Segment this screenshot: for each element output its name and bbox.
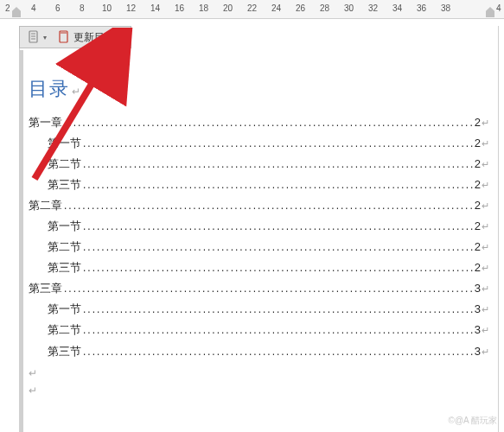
toc-title-text: 目录	[29, 78, 70, 99]
document-icon	[27, 30, 41, 44]
toc-entry[interactable]: 第三节.....................................…	[29, 257, 489, 278]
return-mark: ↵	[482, 280, 489, 297]
toc-entry[interactable]: 第一章.....................................…	[29, 112, 489, 133]
toc-entry[interactable]: 第三节.....................................…	[29, 175, 489, 195]
toc-entry[interactable]: 第三节.....................................…	[29, 341, 489, 362]
ruler-tick: 38	[441, 3, 450, 13]
toc-leader: ........................................…	[83, 258, 473, 277]
toc-entry[interactable]: 第一节.....................................…	[29, 133, 489, 154]
toc-entry[interactable]: 第二章.....................................…	[29, 195, 489, 216]
horizontal-ruler: 2 4 6 8 10 12 14 16 18 20 22 24 26 28 30…	[0, 0, 504, 19]
ruler-tick: 4	[31, 3, 36, 13]
ruler-tick: 34	[392, 3, 402, 13]
return-mark: ↵	[482, 135, 489, 152]
toc-leader: ........................................…	[83, 321, 473, 340]
ruler-tick: 24	[271, 3, 281, 13]
return-mark: ↵	[482, 114, 489, 131]
toc-entry-label: 第二节	[48, 320, 81, 340]
return-mark: ↵	[482, 238, 489, 256]
toc-entry-label: 第三章	[29, 278, 62, 299]
ruler-tick: 20	[223, 3, 233, 13]
toc-leader: ........................................…	[83, 342, 473, 361]
ruler-tick: 28	[320, 3, 329, 13]
toc-entry-label: 第三节	[48, 257, 81, 278]
update-toc-button[interactable]: 更新目录...	[54, 28, 127, 47]
ruler-tick: 22	[247, 3, 257, 13]
ruler-tick: 6	[55, 3, 61, 13]
return-mark: ↵	[482, 197, 489, 214]
return-mark: ↵	[482, 259, 489, 276]
return-mark: ↵	[482, 321, 489, 339]
toc-entry[interactable]: 第二节.....................................…	[29, 320, 489, 340]
return-mark: ↵	[482, 176, 489, 194]
chevron-down-icon: ▾	[43, 34, 47, 41]
toc-entry-label: 第一节	[48, 216, 81, 237]
toc-page-number: 2	[475, 133, 481, 154]
toc-leader: ........................................…	[83, 300, 473, 319]
toc-entry[interactable]: 第三章.....................................…	[29, 278, 489, 299]
toc-entry-label: 第一章	[29, 112, 62, 133]
toc-page-number: 2	[475, 154, 481, 175]
ruler-tick: 32	[368, 3, 378, 13]
toc-page-number: 2	[475, 257, 481, 278]
ruler-tick: 30	[344, 3, 354, 13]
ruler-tick: 18	[199, 3, 208, 13]
return-mark: ↵	[482, 301, 489, 318]
toc-entry-label: 第二章	[29, 195, 62, 216]
ruler-tick: 36	[417, 3, 426, 13]
toc-page-number: 2	[475, 237, 481, 257]
toc-options-button[interactable]: ▾	[23, 28, 50, 47]
toc-leader: ........................................…	[83, 238, 473, 257]
toc-entry-label: 第一节	[48, 299, 81, 320]
paragraph-mark: ↵	[72, 86, 82, 98]
toc-entry-label: 第一节	[48, 133, 81, 154]
indent-marker-left[interactable]	[12, 7, 21, 17]
ruler-tick: 8	[80, 3, 85, 13]
toc-page-number: 3	[475, 278, 481, 299]
toc-entry-label: 第二节	[48, 154, 81, 175]
toc-leader: ........................................…	[64, 279, 473, 298]
toc-leader: ........................................…	[83, 155, 473, 174]
ruler-tick: 16	[175, 3, 184, 13]
ruler-tick: 12	[126, 3, 136, 13]
ruler-tick: 26	[296, 3, 305, 13]
toc-leader: ........................................…	[83, 134, 473, 153]
toc-page-number: 3	[475, 320, 481, 340]
return-mark: ↵	[482, 156, 489, 173]
return-mark: ↵	[482, 218, 489, 235]
paragraph-mark: ↵	[29, 384, 491, 397]
ruler-tick: 14	[150, 3, 160, 13]
toc-page-number: 3	[475, 341, 481, 362]
toc-entry[interactable]: 第二节.....................................…	[29, 237, 489, 257]
ruler-tick: 4	[496, 3, 501, 13]
toc-list: 第一章.....................................…	[27, 112, 491, 362]
toc-page-number: 3	[475, 299, 481, 320]
toc-entry-label: 第三节	[48, 175, 81, 195]
toc-page-number: 2	[475, 175, 481, 195]
toc-entry[interactable]: 第一节.....................................…	[29, 299, 489, 320]
toc-entry-label: 第二节	[48, 237, 81, 257]
ruler-tick: 10	[102, 3, 112, 13]
update-toc-label: 更新目录...	[73, 30, 124, 45]
indent-marker-right[interactable]	[486, 7, 494, 17]
document-page: 目录↵ 第一章.................................…	[19, 26, 499, 432]
toc-leader: ........................................…	[64, 196, 473, 215]
toc-leader: ........................................…	[83, 175, 473, 194]
toc-page-number: 2	[475, 195, 481, 216]
toc-entry[interactable]: 第二节.....................................…	[29, 154, 489, 175]
toc-leader: ........................................…	[83, 217, 473, 236]
refresh-document-icon	[57, 30, 71, 44]
toc-entry-label: 第三节	[48, 341, 81, 362]
paragraph-mark: ↵	[29, 367, 491, 379]
toc-title: 目录↵	[29, 76, 491, 102]
return-mark: ↵	[482, 343, 489, 360]
watermark: ©@A 醋玩家	[449, 415, 497, 427]
ruler-tick: 2	[5, 3, 10, 13]
toc-page-number: 2	[475, 112, 481, 133]
toc-selection-indicator	[20, 50, 23, 432]
toc-leader: ........................................…	[64, 113, 473, 132]
toc-toolbar: ▾ 更新目录...	[19, 26, 131, 48]
toc-entry[interactable]: 第一节.....................................…	[29, 216, 489, 237]
toc-page-number: 2	[475, 216, 481, 237]
